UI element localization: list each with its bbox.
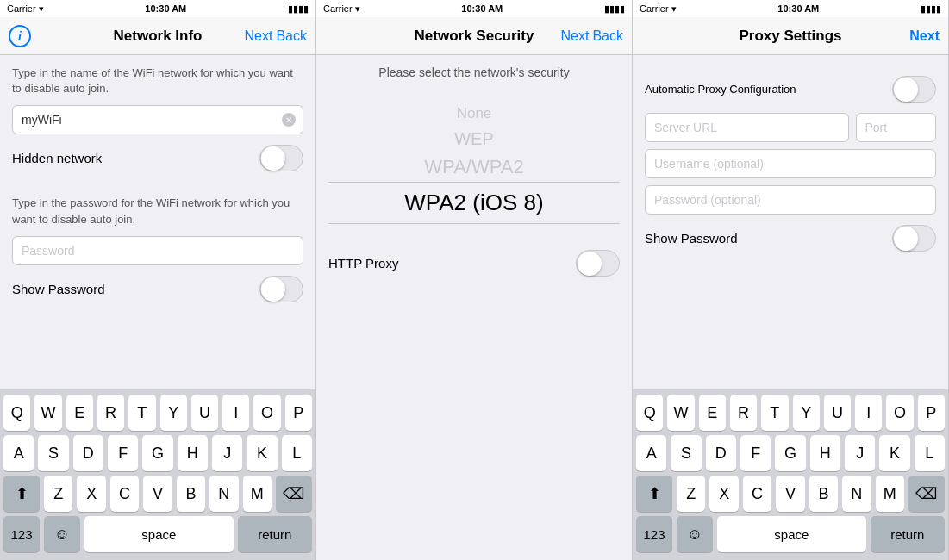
- password-optional-input[interactable]: [654, 186, 927, 214]
- port-input[interactable]: [865, 114, 927, 141]
- key-h[interactable]: H: [178, 435, 208, 471]
- num-key-1[interactable]: 123: [3, 516, 40, 552]
- key-s[interactable]: S: [38, 435, 68, 471]
- key3-n[interactable]: N: [842, 476, 871, 512]
- shift-key-3[interactable]: ⬆: [636, 476, 672, 512]
- next-btn-1[interactable]: Next: [245, 28, 273, 44]
- key3-w[interactable]: W: [667, 395, 694, 431]
- time-label-1: 10:30 AM: [145, 3, 186, 14]
- space-key-3[interactable]: space: [717, 516, 866, 552]
- num-key-3[interactable]: 123: [636, 516, 672, 552]
- port-field[interactable]: [856, 113, 937, 142]
- next-btn-3[interactable]: Next: [909, 28, 940, 44]
- key-r[interactable]: R: [97, 395, 124, 431]
- key3-o[interactable]: O: [886, 395, 913, 431]
- hidden-network-toggle[interactable]: [259, 145, 303, 171]
- http-proxy-toggle[interactable]: [576, 250, 620, 277]
- key3-i[interactable]: I: [855, 395, 882, 431]
- key3-x[interactable]: X: [709, 476, 738, 512]
- password-input[interactable]: [22, 237, 277, 264]
- key3-y[interactable]: Y: [793, 395, 820, 431]
- key3-a[interactable]: A: [636, 435, 666, 471]
- key-z[interactable]: Z: [44, 476, 72, 512]
- key-p[interactable]: P: [285, 395, 312, 431]
- return-key-1[interactable]: return: [238, 516, 312, 552]
- username-input[interactable]: [654, 150, 927, 177]
- security-wep[interactable]: WEP: [328, 126, 620, 152]
- key-g[interactable]: G: [142, 435, 172, 471]
- keyboard-row-3: ⬆ Z X C V B N M ⌫: [3, 476, 312, 512]
- emoji-key-1[interactable]: ☺: [44, 516, 80, 552]
- security-wpa[interactable]: WPA/WPA2: [328, 152, 620, 182]
- password-field[interactable]: [12, 236, 303, 265]
- key3-d[interactable]: D: [706, 435, 736, 471]
- key-o[interactable]: O: [253, 395, 280, 431]
- key-w[interactable]: W: [34, 395, 61, 431]
- server-url-input[interactable]: [654, 114, 840, 141]
- key-u[interactable]: U: [191, 395, 218, 431]
- clear-btn[interactable]: ✕: [282, 113, 296, 127]
- key3-l[interactable]: L: [915, 435, 945, 471]
- key3-g[interactable]: G: [775, 435, 805, 471]
- key-e[interactable]: E: [66, 395, 93, 431]
- key-c[interactable]: C: [110, 476, 139, 512]
- key3-j[interactable]: J: [845, 435, 875, 471]
- key-q[interactable]: Q: [3, 395, 30, 431]
- key3-m[interactable]: M: [876, 476, 904, 512]
- delete-key-3[interactable]: ⌫: [908, 476, 945, 512]
- key3-q[interactable]: Q: [636, 395, 663, 431]
- key3-c[interactable]: C: [743, 476, 771, 512]
- show-password-toggle-1[interactable]: [259, 276, 303, 302]
- key-d[interactable]: D: [73, 435, 103, 471]
- key-x[interactable]: X: [77, 476, 105, 512]
- info-icon[interactable]: i: [9, 25, 31, 47]
- key-i[interactable]: I: [222, 395, 249, 431]
- password-wrapper: [12, 236, 303, 265]
- key-n[interactable]: N: [209, 476, 238, 512]
- back-btn-2[interactable]: Back: [592, 28, 623, 44]
- toggle-knob-show-pw-3: [894, 227, 918, 251]
- key-k[interactable]: K: [247, 435, 277, 471]
- delete-key-1[interactable]: ⌫: [276, 476, 312, 512]
- key3-r[interactable]: R: [730, 395, 757, 431]
- password-optional-field[interactable]: [645, 185, 936, 215]
- key3-z[interactable]: Z: [677, 476, 705, 512]
- key3-b[interactable]: B: [809, 476, 838, 512]
- back-btn-1[interactable]: Back: [276, 28, 307, 44]
- server-url-field[interactable]: [645, 113, 849, 142]
- security-wpa2[interactable]: WPA2 (iOS 8): [328, 182, 620, 224]
- shift-key-1[interactable]: ⬆: [3, 476, 40, 512]
- key-b[interactable]: B: [177, 476, 205, 512]
- next-btn-2[interactable]: Next: [561, 28, 590, 44]
- key-y[interactable]: Y: [160, 395, 187, 431]
- key-t[interactable]: T: [128, 395, 155, 431]
- network-name-field[interactable]: ✕: [12, 105, 303, 134]
- key-v[interactable]: V: [143, 476, 172, 512]
- show-password-toggle-3[interactable]: [892, 225, 936, 252]
- nav-bar-1: i Network Info Next Back: [0, 17, 315, 55]
- key3-e[interactable]: E: [699, 395, 726, 431]
- key3-f[interactable]: F: [740, 435, 771, 471]
- key-l[interactable]: L: [282, 435, 312, 471]
- key-j[interactable]: J: [212, 435, 242, 471]
- return-key-3[interactable]: return: [871, 516, 945, 552]
- key-a[interactable]: A: [3, 435, 34, 471]
- emoji-key-3[interactable]: ☺: [677, 516, 713, 552]
- key-f[interactable]: F: [108, 435, 138, 471]
- username-field[interactable]: [645, 149, 936, 178]
- key-m[interactable]: M: [243, 476, 272, 512]
- key3-p[interactable]: P: [918, 395, 945, 431]
- key3-s[interactable]: S: [671, 435, 701, 471]
- security-none[interactable]: None: [328, 102, 620, 126]
- auto-proxy-toggle[interactable]: [892, 76, 936, 103]
- server-port-row: [645, 113, 936, 142]
- key3-t[interactable]: T: [761, 395, 788, 431]
- key3-v[interactable]: V: [776, 476, 804, 512]
- wifi-icon-1: ▾: [39, 3, 44, 15]
- keyboard-3: Q W E R T Y U I O P A S D F G H J K L ⬆ …: [633, 389, 948, 560]
- key3-u[interactable]: U: [824, 395, 851, 431]
- key3-h[interactable]: H: [810, 435, 840, 471]
- key3-k[interactable]: K: [879, 435, 909, 471]
- space-key-1[interactable]: space: [84, 516, 234, 552]
- network-name-input[interactable]: [22, 106, 277, 134]
